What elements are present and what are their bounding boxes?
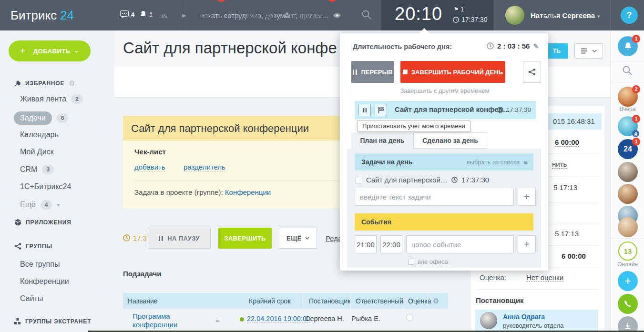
bitrix24-chat-avatar[interactable]: 24 1 — [618, 139, 638, 159]
event-time-to-input[interactable] — [380, 235, 402, 253]
clock-icon — [497, 107, 503, 113]
more-button[interactable]: ЕЩЁ — [279, 228, 317, 249]
checklist-divider-link[interactable]: разделитель — [184, 163, 225, 171]
add-task-plus-button[interactable]: + — [518, 188, 536, 206]
badge: 4 — [41, 200, 52, 210]
out-of-office-checkbox[interactable] — [408, 259, 414, 265]
chat-avatar[interactable] — [618, 184, 638, 204]
search-input[interactable] — [200, 9, 353, 22]
finish-task-button[interactable]: ЗАВЕРШИТЬ — [218, 228, 272, 249]
search-icon[interactable] — [361, 10, 372, 20]
checklist-add-link[interactable]: добавить — [134, 163, 165, 171]
user-name: Наталья Сергеева — [531, 11, 595, 20]
event-time-from-input[interactable] — [355, 235, 377, 253]
chat-avatar[interactable] — [618, 217, 638, 237]
notifications-bell-button[interactable]: 1 — [618, 36, 638, 56]
chat-avatar[interactable] — [618, 162, 638, 182]
tab-back-to-list[interactable]: ← К списку — [128, 0, 166, 30]
phone-button[interactable] — [618, 294, 638, 314]
page-title: Сайт для партнерской конфе — [123, 39, 337, 57]
pause-icon — [159, 236, 163, 241]
badge: 1 — [632, 138, 640, 146]
chat-avatar[interactable]: 1 — [618, 116, 638, 136]
rating-label: Оценка: — [480, 273, 506, 282]
badge: 3 — [42, 165, 54, 174]
sidebar-item-live-feed[interactable]: Живая лента 2 — [20, 94, 83, 104]
tab-watching[interactable] — [333, 0, 345, 30]
online-counter[interactable]: 13 — [618, 241, 637, 261]
col-deadline[interactable]: Крайний срок — [244, 293, 304, 309]
badge: 2 — [71, 94, 83, 104]
project-link[interactable]: Конференции — [225, 188, 271, 196]
current-task-row: Сайт для партнерской конфер… 17:37:30 — [355, 101, 536, 119]
drag-handle-icon[interactable]: ≡ — [215, 316, 220, 324]
new-event-input[interactable] — [406, 235, 514, 253]
rating-value[interactable]: Нет оценки — [526, 273, 563, 282]
sidebar-item-crm[interactable]: CRM 3 — [20, 165, 54, 174]
gear-icon[interactable]: ⚙ — [69, 79, 75, 88]
tab-helping[interactable]: → Помогаю — [235, 0, 275, 30]
pencil-icon[interactable]: ✎ — [533, 42, 539, 50]
remind-link-fragment[interactable]: нить — [552, 160, 567, 169]
tab-day-plan[interactable]: План на день — [351, 132, 413, 149]
break-button[interactable]: ПЕРЕРЫВ — [351, 61, 394, 83]
date-fragment: 5 17:13 — [553, 183, 577, 191]
rating-radio[interactable] — [406, 314, 413, 321]
finish-workday-button[interactable]: ЗАВЕРШИТЬ РАБОЧИЙ ДЕНЬ — [400, 61, 505, 83]
choose-from-list-link[interactable]: выбрать из списка≡ — [467, 158, 528, 166]
subtask-name-link[interactable]: Программа конференции — [133, 312, 209, 329]
extranet-header[interactable]: ГРУППЫ ЭКСТРАНЕТ — [14, 318, 91, 325]
stop-icon — [403, 70, 408, 74]
arrow-right-icon: → — [235, 11, 242, 20]
col-creator[interactable]: Постановщик — [304, 293, 350, 309]
sidebar-item-my-drive[interactable]: Мой Диск — [20, 148, 54, 156]
task-title: Сайт для партнерской конференции — [131, 122, 309, 135]
sidebar-item-1c-bitrix[interactable]: 1С+Битрикс24 — [20, 182, 71, 191]
apps-header[interactable]: ПРИЛОЖЕНИЯ — [14, 219, 72, 226]
sidebar-item-conferences[interactable]: Конференции — [20, 277, 69, 286]
task-checkbox[interactable] — [356, 177, 362, 183]
share-icon — [14, 243, 21, 250]
add-button[interactable]: + ДОБАВИТЬ ⌄ — [9, 40, 91, 61]
sidebar-item-all-groups[interactable]: Все группы — [20, 260, 60, 269]
worktime-widget[interactable]: 20:10 ⚑1 17:37:30 — [381, 0, 493, 30]
sidebar-item-more[interactable]: Ещё 4 ▾ — [20, 200, 59, 210]
online-label: Онлайн — [611, 261, 644, 268]
sidebar-item-calendar[interactable]: Календарь — [20, 131, 59, 139]
creator-name-link[interactable]: Анна Одрага — [503, 313, 545, 321]
tab-delegated[interactable]: Поручил 5 — [284, 0, 322, 30]
groups-header[interactable]: ГРУППЫ — [14, 243, 52, 250]
download-button[interactable] — [618, 316, 638, 332]
col-rating[interactable]: Оценка — [403, 293, 428, 309]
tab-more[interactable]: Ещё — [542, 11, 557, 20]
chat-avatar[interactable]: 2 — [618, 87, 638, 107]
new-task-input[interactable] — [355, 188, 514, 206]
sidebar-item-tasks[interactable]: Задачи 6 — [20, 111, 68, 125]
current-task-name[interactable]: Сайт для партнерской конфер… — [395, 105, 510, 113]
app-logo[interactable]: Битрикс24 — [10, 8, 74, 23]
search-icon[interactable] — [622, 65, 633, 76]
view-options-button[interactable] — [574, 43, 603, 59]
favorites-header[interactable]: ИЗБРАННОЕ ⚙ — [14, 79, 76, 88]
invite-plus-button[interactable]: + — [618, 271, 638, 291]
finish-other-time-link[interactable]: Завершить с другим временем — [368, 87, 521, 94]
subtask-deadline[interactable]: 22.04.2016 19:00:00 — [247, 315, 310, 323]
tab-doing[interactable]: ▶ Делаю 1 — [182, 0, 212, 30]
col-name[interactable]: Название — [123, 293, 244, 309]
pause-button[interactable]: НА ПАУЗУ — [148, 228, 211, 249]
creator-card[interactable]: Анна Одрага руководитель отдела — [475, 310, 598, 332]
finish-flag-button[interactable] — [375, 104, 387, 116]
phone-icon — [624, 300, 632, 308]
sidebar-item-sites[interactable]: Сайты — [20, 294, 43, 303]
left-sidebar: + ДОБАВИТЬ ⌄ ИЗБРАННОЕ ⚙ Живая лента 2 З… — [0, 30, 114, 332]
pause-task-button[interactable] — [358, 104, 371, 116]
add-event-plus-button[interactable]: + — [518, 235, 536, 253]
help-button[interactable]: ? — [621, 7, 638, 24]
share-button[interactable] — [523, 61, 541, 83]
deadline-fragment[interactable]: 6 00:00 — [555, 138, 579, 147]
col-responsible[interactable]: Ответственный — [350, 293, 403, 309]
table-gear-icon[interactable]: ⚙ — [428, 293, 448, 309]
pin-icon — [14, 80, 21, 87]
workday-duration-label: Длительность рабочего дня: — [353, 43, 452, 50]
tab-day-done[interactable]: Сделано за день — [413, 132, 487, 149]
